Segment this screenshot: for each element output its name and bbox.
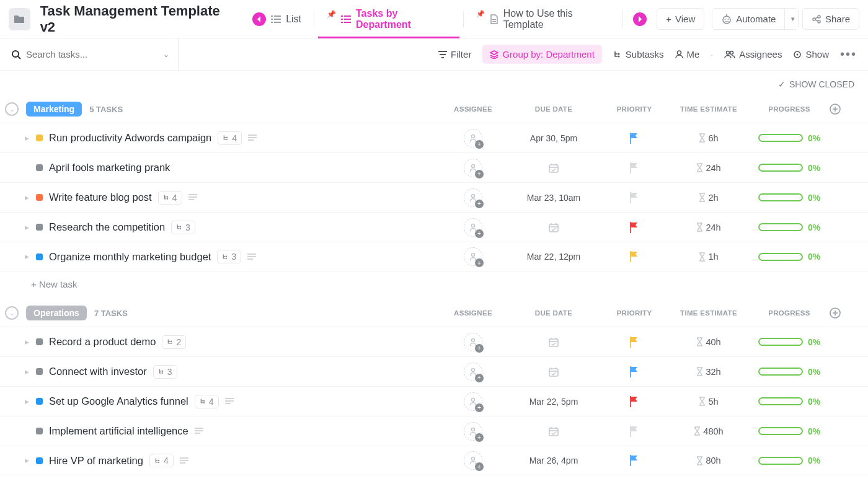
progress-cell[interactable]: 0% — [749, 367, 830, 377]
time-estimate-cell[interactable]: 6h — [668, 133, 749, 143]
priority-cell[interactable] — [600, 337, 668, 348]
time-estimate-cell[interactable]: 80h — [668, 456, 749, 465]
task-name[interactable]: Organize monthly marketing budget — [49, 251, 211, 263]
col-priority[interactable]: PRIORITY — [600, 309, 668, 317]
time-estimate-cell[interactable]: 2h — [668, 193, 749, 203]
priority-cell[interactable] — [600, 222, 668, 233]
col-due[interactable]: DUE DATE — [507, 105, 600, 113]
time-estimate-cell[interactable]: 480h — [668, 426, 749, 436]
expand-icon[interactable]: ▶ — [25, 369, 33, 375]
task-row[interactable]: ▶ Implement artificial intelligence — [0, 416, 868, 446]
expand-icon[interactable]: ▶ — [25, 339, 33, 345]
status-square[interactable] — [36, 398, 43, 405]
due-date-cell[interactable] — [507, 426, 600, 437]
status-square[interactable] — [36, 368, 43, 375]
task-name[interactable]: Connect with investor — [49, 366, 147, 377]
subtask-badge[interactable]: 3 — [171, 221, 195, 234]
task-row[interactable]: ▶ Organize monthly marketing budget 3 Ma… — [0, 242, 868, 271]
more-menu[interactable]: ••• — [840, 47, 857, 61]
progress-cell[interactable]: 0% — [749, 133, 830, 143]
col-assignee[interactable]: ASSIGNEE — [439, 105, 507, 113]
task-row[interactable]: ▶ Set up Google Analytics funnel 4 Mar 2… — [0, 386, 868, 416]
share-button[interactable]: Share — [802, 8, 859, 30]
col-time[interactable]: TIME ESTIMATE — [668, 105, 749, 113]
due-date-cell[interactable]: Mar 23, 10am — [507, 193, 600, 203]
assignee-cell[interactable] — [439, 363, 507, 381]
group-name-badge[interactable]: Operations — [26, 306, 87, 320]
expand-icon[interactable]: ▶ — [25, 457, 33, 464]
add-column-button[interactable] — [830, 307, 854, 319]
expand-icon[interactable]: ▶ — [25, 135, 33, 141]
due-date-cell[interactable]: Mar 22, 12pm — [507, 252, 600, 262]
priority-cell[interactable] — [600, 366, 668, 377]
collapse-toggle[interactable]: ⌄ — [5, 102, 19, 116]
status-square[interactable] — [36, 164, 43, 171]
view-tab-how-to-use[interactable]: 📌 How to Use this Template — [467, 0, 619, 38]
expand-icon[interactable]: ▶ — [25, 195, 33, 201]
assignees-button[interactable]: Assignees — [724, 49, 782, 59]
description-icon[interactable] — [247, 253, 256, 260]
assignee-cell[interactable] — [439, 129, 507, 148]
col-assignee[interactable]: ASSIGNEE — [439, 309, 507, 317]
me-button[interactable]: Me — [675, 49, 700, 59]
due-date-cell[interactable] — [507, 222, 600, 233]
description-icon[interactable] — [188, 194, 197, 201]
task-name[interactable]: Hire VP of marketing — [49, 455, 143, 467]
status-square[interactable] — [36, 428, 43, 434]
due-date-cell[interactable] — [507, 337, 600, 348]
folder-icon[interactable] — [9, 8, 30, 30]
col-progress[interactable]: PROGRESS — [749, 309, 830, 317]
task-row[interactable]: ▶ Research the competition 3 — [0, 212, 868, 242]
subtask-badge[interactable]: 2 — [162, 335, 186, 349]
priority-cell[interactable] — [600, 455, 668, 466]
view-tab-next[interactable] — [627, 0, 653, 38]
status-square[interactable] — [36, 338, 43, 345]
add-column-button[interactable] — [830, 104, 854, 115]
priority-cell[interactable] — [600, 133, 668, 144]
priority-cell[interactable] — [600, 162, 668, 174]
assignee-cell[interactable] — [439, 218, 507, 237]
time-estimate-cell[interactable]: 24h — [668, 222, 749, 232]
priority-cell[interactable] — [600, 251, 668, 262]
automate-button[interactable]: Automate — [712, 9, 784, 29]
chevron-down-icon[interactable]: ⌄ — [163, 50, 169, 59]
new-task-button[interactable]: + New task — [0, 271, 868, 293]
assignee-cell[interactable] — [439, 247, 507, 266]
view-tab-tasks-by-department[interactable]: 📌 Tasks by Department — [318, 0, 459, 38]
subtask-badge[interactable]: 4 — [158, 191, 182, 205]
expand-icon[interactable]: ▶ — [25, 253, 33, 260]
page-title[interactable]: Task Management Template v2 — [40, 3, 232, 35]
time-estimate-cell[interactable]: 32h — [668, 367, 749, 377]
group-name-badge[interactable]: Marketing — [26, 102, 82, 117]
assignee-cell[interactable] — [439, 188, 507, 207]
status-square[interactable] — [36, 253, 43, 260]
assignee-cell[interactable] — [439, 422, 507, 441]
show-closed-toggle[interactable]: ✓ SHOW CLOSED — [0, 71, 868, 89]
add-view-button[interactable]: + View — [657, 8, 704, 30]
time-estimate-cell[interactable]: 40h — [668, 337, 749, 347]
task-row[interactable]: ▶ Write feature blog post 4 Mar 23, 10am — [0, 182, 868, 212]
task-row[interactable]: ▶ Record a product demo 2 — [0, 327, 868, 356]
status-square[interactable] — [36, 457, 43, 464]
time-estimate-cell[interactable]: 5h — [668, 397, 749, 407]
expand-icon[interactable]: ▶ — [25, 399, 33, 405]
automate-dropdown[interactable]: ▾ — [784, 9, 799, 29]
task-name[interactable]: Run productivity Adwords campaign — [49, 132, 211, 144]
filter-button[interactable]: Filter — [438, 49, 471, 59]
task-name[interactable]: Write feature blog post — [49, 192, 152, 203]
progress-cell[interactable]: 0% — [749, 193, 830, 203]
priority-cell[interactable] — [600, 426, 668, 437]
due-date-cell[interactable]: Mar 22, 5pm — [507, 397, 600, 407]
subtask-badge[interactable]: 4 — [195, 395, 219, 408]
description-icon[interactable] — [180, 457, 188, 464]
task-name[interactable]: Record a product demo — [49, 336, 156, 348]
task-row[interactable]: ▶ Connect with investor 3 — [0, 356, 868, 386]
progress-cell[interactable]: 0% — [749, 163, 830, 173]
time-estimate-cell[interactable]: 24h — [668, 163, 749, 173]
status-square[interactable] — [36, 194, 43, 201]
assignee-cell[interactable] — [439, 333, 507, 351]
assignee-cell[interactable] — [439, 451, 507, 470]
subtask-badge[interactable]: 3 — [153, 365, 177, 379]
due-date-cell[interactable] — [507, 162, 600, 174]
col-time[interactable]: TIME ESTIMATE — [668, 309, 749, 317]
